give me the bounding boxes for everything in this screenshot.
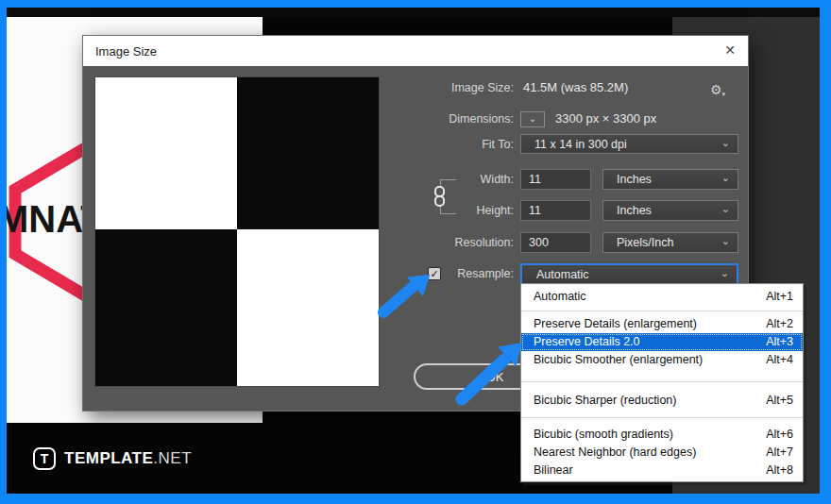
menu-item-shortcut: Alt+6	[766, 426, 793, 444]
menu-separator	[521, 417, 803, 418]
menu-item-shortcut: Alt+7	[766, 444, 793, 462]
menu-item-label: Bicubic (smooth gradients)	[534, 428, 673, 441]
menu-separator	[521, 381, 803, 382]
width-unit-value: Inches	[617, 173, 652, 186]
menu-item-label: Preserve Details 2.0	[534, 335, 640, 348]
close-icon[interactable]: ✕	[724, 42, 736, 58]
watermark-brand: TEMPLATE	[64, 449, 153, 468]
resample-dropdown-menu: Automatic Alt+1 Preserve Details (enlarg…	[520, 283, 804, 482]
menu-item-bicubic-smooth-gradients[interactable]: Bicubic (smooth gradients) Alt+6	[521, 426, 803, 444]
resolution-unit-value: Pixels/Inch	[617, 236, 673, 249]
gear-glyph: ⚙	[710, 82, 722, 97]
image-size-label: Image Size:	[353, 81, 514, 94]
fit-to-label: Fit To:	[353, 138, 514, 151]
image-preview[interactable]	[94, 76, 380, 387]
height-unit-value: Inches	[617, 204, 652, 217]
menu-item-shortcut: Alt+8	[766, 462, 793, 479]
menu-item-shortcut: Alt+2	[766, 315, 793, 333]
dimensions-value: 3300 px × 3300 px	[555, 111, 656, 126]
height-input[interactable]: 11	[520, 200, 591, 221]
dialog-title: Image Size	[95, 44, 157, 59]
chevron-down-icon: ⌄	[721, 137, 730, 149]
image-size-value: 41.5M (was 85.2M)	[523, 80, 628, 94]
templatenet-logo-icon: T	[33, 447, 56, 470]
chevron-down-icon: ⌄	[721, 172, 730, 184]
height-label: Height:	[353, 204, 514, 217]
menu-item-shortcut: Alt+5	[766, 392, 793, 410]
menu-item-label: Bicubic Smoother (enlargement)	[534, 353, 703, 366]
dimensions-label: Dimensions:	[353, 112, 514, 126]
menu-item-bilinear[interactable]: Bilinear Alt+8	[521, 462, 803, 479]
resample-dropdown[interactable]: Automatic ⌄	[520, 263, 738, 285]
height-unit-dropdown[interactable]: Inches ⌄	[602, 200, 738, 221]
fit-to-value: 11 x 14 in 300 dpi	[534, 138, 627, 151]
menu-item-shortcut: Alt+1	[766, 287, 793, 307]
menu-item-preserve-details-2-0[interactable]: Preserve Details 2.0 Alt+3	[521, 333, 803, 351]
gear-icon[interactable]: ⚙▾	[710, 82, 725, 98]
menu-item-nearest-neighbor[interactable]: Nearest Neighbor (hard edges) Alt+7	[521, 444, 803, 462]
ok-button-label: OK	[486, 370, 504, 384]
fit-to-dropdown[interactable]: 11 x 14 in 300 dpi ⌄	[520, 134, 738, 154]
menu-item-preserve-details-enlargement[interactable]: Preserve Details (enlargement) Alt+2	[521, 315, 803, 333]
menu-item-automatic[interactable]: Automatic Alt+1	[521, 287, 803, 307]
screenshot-root: MNAT T TEMPLATE .NET Image Size ✕ Image …	[0, 0, 831, 504]
menu-item-label: Preserve Details (enlargement)	[534, 317, 697, 330]
width-unit-dropdown[interactable]: Inches ⌄	[602, 169, 738, 190]
preview-black-quadrant-bottom-left	[95, 229, 237, 386]
chevron-down-icon: ⌄	[721, 267, 729, 279]
chevron-down-icon: ⌄	[529, 113, 536, 124]
menu-item-label: Bicubic Sharper (reduction)	[534, 394, 676, 407]
chevron-down-icon: ⌄	[721, 235, 730, 247]
dialog-titlebar[interactable]: Image Size ✕	[83, 36, 748, 66]
menu-item-shortcut: Alt+4	[766, 351, 793, 369]
resample-value: Automatic	[536, 268, 589, 281]
resolution-label: Resolution:	[353, 236, 514, 249]
menu-item-bicubic-sharper[interactable]: Bicubic Sharper (reduction) Alt+5	[521, 392, 803, 410]
resample-label: Resample:	[353, 267, 514, 280]
resolution-input[interactable]: 300	[520, 232, 591, 253]
watermark-tld: .NET	[153, 449, 192, 468]
resolution-unit-dropdown[interactable]: Pixels/Inch ⌄	[602, 232, 738, 253]
gear-caret-icon: ▾	[721, 91, 725, 97]
menu-item-label: Bilinear	[534, 463, 573, 477]
width-input[interactable]: 11	[520, 169, 591, 190]
chevron-down-icon: ⌄	[721, 203, 730, 215]
menu-item-bicubic-smoother[interactable]: Bicubic Smoother (enlargement) Alt+4	[521, 351, 803, 369]
menu-item-label: Nearest Neighbor (hard edges)	[534, 445, 696, 459]
width-label: Width:	[353, 173, 514, 186]
menu-item-label: Automatic	[534, 290, 586, 303]
menu-separator	[521, 311, 803, 311]
dimensions-unit-dropdown[interactable]: ⌄	[520, 111, 545, 127]
menu-item-shortcut: Alt+3	[766, 333, 793, 351]
templatenet-logo-letter: T	[41, 451, 49, 466]
